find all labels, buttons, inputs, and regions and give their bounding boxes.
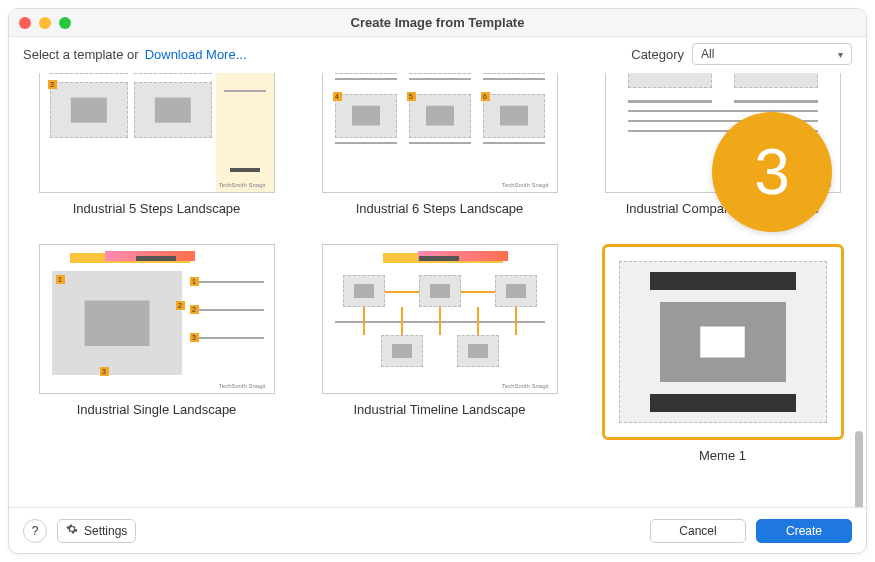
chevron-down-icon: ▾	[838, 49, 843, 60]
template-card[interactable]: 1 2 3 TechSmith Snagit Industrial 5 Step…	[27, 73, 286, 216]
help-button[interactable]: ?	[23, 519, 47, 543]
category-label: Category	[631, 47, 684, 62]
scrollbar[interactable]	[854, 171, 864, 495]
window-title: Create Image from Template	[9, 15, 866, 30]
template-card-selected[interactable]: Meme 1	[593, 244, 852, 463]
step-badge: 3	[712, 112, 832, 232]
template-thumbnail: 1 2 3 1 2 3 TechSmith Snagit	[39, 244, 275, 394]
template-label: Meme 1	[699, 448, 746, 463]
template-label: Industrial Single Landscape	[77, 402, 237, 417]
settings-button[interactable]: Settings	[57, 519, 136, 543]
template-label: Industrial Timeline Landscape	[354, 402, 526, 417]
create-button[interactable]: Create	[756, 519, 852, 543]
toolbar: Select a template or Download More... Ca…	[9, 37, 866, 71]
download-more-link[interactable]: Download More...	[145, 47, 247, 62]
gear-icon	[66, 523, 78, 538]
template-thumbnail	[609, 251, 837, 433]
cancel-button[interactable]: Cancel	[650, 519, 746, 543]
template-thumbnail: 1 2 3 4 5 6 TechSmith Snagit	[322, 73, 558, 193]
template-thumbnail: TechSmith Snagit	[322, 244, 558, 394]
titlebar: Create Image from Template	[9, 9, 866, 37]
settings-label: Settings	[84, 524, 127, 538]
template-label: Industrial 6 Steps Landscape	[356, 201, 524, 216]
template-card[interactable]: 1 2 3 1 2 3 TechSmith Snagit Industrial …	[27, 244, 286, 463]
category-select[interactable]: All ▾	[692, 43, 852, 65]
help-icon: ?	[32, 524, 39, 538]
template-label: Industrial 5 Steps Landscape	[73, 201, 241, 216]
template-card[interactable]: 1 2 3 4 5 6 TechSmith Snagit	[310, 73, 569, 216]
category-value: All	[701, 47, 714, 61]
selection-highlight	[602, 244, 844, 440]
template-card[interactable]: TechSmith Snagit Industrial Timeline Lan…	[310, 244, 569, 463]
select-template-prompt: Select a template or	[23, 47, 139, 62]
template-thumbnail: 1 2 3 TechSmith Snagit	[39, 73, 275, 193]
step-number: 3	[754, 135, 790, 209]
footer: ? Settings Cancel Create	[9, 507, 866, 553]
scrollbar-thumb[interactable]	[855, 431, 863, 507]
dialog-window: Create Image from Template Select a temp…	[8, 8, 867, 554]
